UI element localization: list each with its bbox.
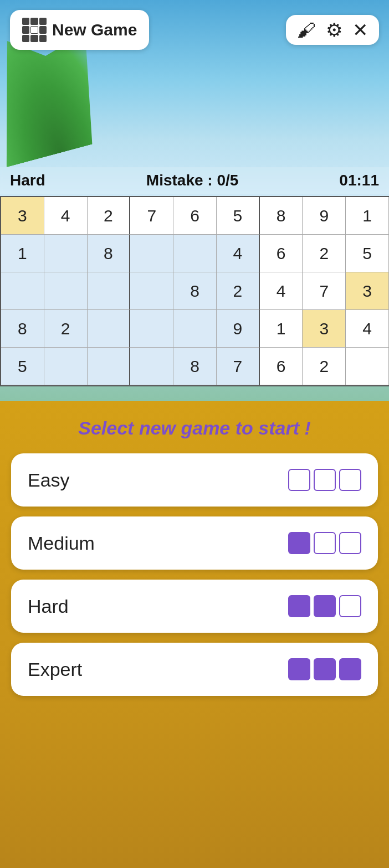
cell-3-7[interactable]: 3 (303, 310, 346, 348)
easy-button[interactable]: Easy (11, 453, 378, 507)
cell-0-6[interactable]: 8 (260, 197, 303, 235)
cell-3-6[interactable]: 1 (260, 310, 303, 348)
medium-dot-1 (288, 532, 310, 554)
new-game-button[interactable]: New Game (10, 10, 149, 50)
cell-1-4[interactable] (173, 235, 217, 272)
cell-2-2[interactable] (88, 272, 131, 310)
hard-label: Hard (28, 596, 69, 617)
cell-0-5[interactable]: 5 (217, 197, 260, 235)
cell-4-7[interactable]: 2 (303, 348, 346, 385)
cell-2-0[interactable] (1, 272, 44, 310)
expert-button[interactable]: Expert (11, 643, 378, 696)
expert-label: Expert (28, 659, 82, 680)
hard-dot-2 (314, 595, 336, 617)
cell-4-2[interactable] (88, 348, 131, 385)
top-bar: New Game 🖌 ⚙ ✕ (0, 10, 389, 50)
cell-0-4[interactable]: 6 (173, 197, 217, 235)
cell-2-8[interactable]: 3 (346, 272, 389, 310)
cell-0-2[interactable]: 2 (88, 197, 131, 235)
cell-3-2[interactable] (88, 310, 131, 348)
cell-1-3[interactable] (130, 235, 173, 272)
hard-dot-1 (288, 595, 310, 617)
cell-1-6[interactable]: 6 (260, 235, 303, 272)
medium-button[interactable]: Medium (11, 516, 378, 570)
cell-3-8[interactable]: 4 (346, 310, 389, 348)
medium-dot-3 (339, 532, 361, 554)
status-bar: Hard Mistake : 0/5 01:11 (0, 167, 389, 194)
difficulty-overlay: Select new game to start ! Easy Medium H… (0, 401, 389, 868)
cell-0-1[interactable]: 4 (44, 197, 88, 235)
cell-3-0[interactable]: 8 (1, 310, 44, 348)
expert-dot-3 (339, 658, 361, 680)
toolbar-buttons: 🖌 ⚙ ✕ (286, 15, 379, 45)
easy-dot-3 (339, 469, 361, 491)
hard-dot-3 (339, 595, 361, 617)
cell-1-0[interactable]: 1 (1, 235, 44, 272)
close-button[interactable]: ✕ (349, 20, 371, 39)
cell-2-6[interactable]: 4 (260, 272, 303, 310)
cell-2-4[interactable]: 8 (173, 272, 217, 310)
timer: 01:11 (339, 172, 379, 189)
mistake-counter: Mistake : 0/5 (146, 172, 239, 189)
medium-label: Medium (28, 533, 95, 554)
cell-4-1[interactable] (44, 348, 88, 385)
cell-0-8[interactable]: 1 (346, 197, 389, 235)
cell-1-7[interactable]: 2 (303, 235, 346, 272)
expert-dot-2 (314, 658, 336, 680)
cell-3-4[interactable] (173, 310, 217, 348)
select-prompt: Select new game to start ! (78, 417, 310, 439)
cell-4-5[interactable]: 7 (217, 348, 260, 385)
cell-4-3[interactable] (130, 348, 173, 385)
cell-2-5[interactable]: 2 (217, 272, 260, 310)
cell-3-1[interactable]: 2 (44, 310, 88, 348)
cell-4-0[interactable]: 5 (1, 348, 44, 385)
easy-label: Easy (28, 469, 70, 491)
expert-dots (288, 658, 361, 680)
paint-button[interactable]: 🖌 (294, 20, 319, 39)
difficulty-label: Hard (10, 172, 45, 189)
easy-dot-1 (288, 469, 310, 491)
cell-3-5[interactable]: 9 (217, 310, 260, 348)
hard-dots (288, 595, 361, 617)
new-game-label: New Game (52, 20, 137, 39)
sudoku-grid: 3 4 2 7 6 5 8 9 1 1 8 4 6 2 5 8 2 4 7 3 … (0, 197, 389, 385)
cell-2-1[interactable] (44, 272, 88, 310)
medium-dot-2 (314, 532, 336, 554)
cell-0-7[interactable]: 9 (303, 197, 346, 235)
cell-1-1[interactable] (44, 235, 88, 272)
cell-1-8[interactable]: 5 (346, 235, 389, 272)
cell-0-3[interactable]: 7 (130, 197, 173, 235)
easy-dots (288, 469, 361, 491)
cell-2-3[interactable] (130, 272, 173, 310)
cell-2-7[interactable]: 7 (303, 272, 346, 310)
medium-dots (288, 532, 361, 554)
hard-button[interactable]: Hard (11, 580, 378, 633)
easy-dot-2 (314, 469, 336, 491)
cell-4-4[interactable]: 8 (173, 348, 217, 385)
settings-button[interactable]: ⚙ (323, 20, 346, 39)
cell-3-3[interactable] (130, 310, 173, 348)
grid-icon (22, 18, 47, 42)
cell-1-2[interactable]: 8 (88, 235, 131, 272)
cell-4-8[interactable] (346, 348, 389, 385)
cell-4-6[interactable]: 6 (260, 348, 303, 385)
cell-0-0[interactable]: 3 (1, 197, 44, 235)
expert-dot-1 (288, 658, 310, 680)
sudoku-grid-section: 3 4 2 7 6 5 8 9 1 1 8 4 6 2 5 8 2 4 7 3 … (0, 196, 389, 386)
cell-1-5[interactable]: 4 (217, 235, 260, 272)
